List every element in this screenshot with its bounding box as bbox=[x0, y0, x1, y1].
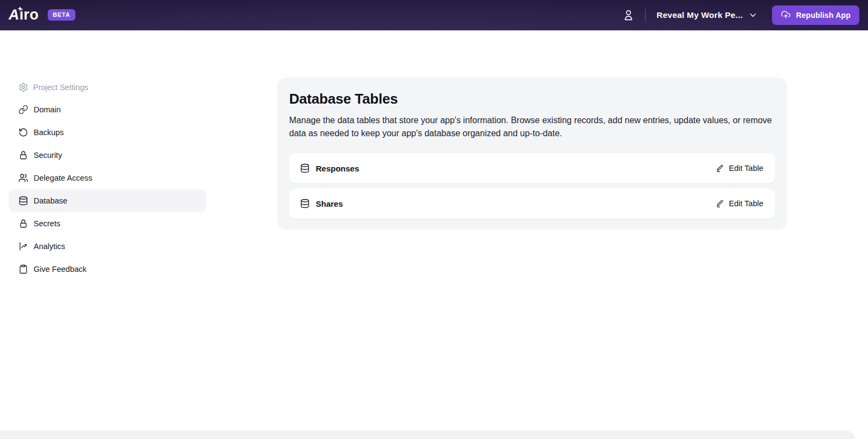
republish-label: Republish App bbox=[796, 11, 851, 20]
republish-app-button[interactable]: Republish App bbox=[772, 5, 859, 25]
page-description: Manage the data tables that store your a… bbox=[289, 114, 775, 139]
sidebar-item-label: Security bbox=[34, 151, 62, 160]
nav-right: Reveal My Work Pe... Republish App bbox=[620, 5, 859, 25]
table-row-responses: Responses Edit Table bbox=[289, 153, 775, 183]
sidebar-item-database[interactable]: Database bbox=[9, 189, 206, 212]
database-icon bbox=[300, 163, 310, 173]
cloud-upload-icon bbox=[781, 10, 791, 20]
database-icon bbox=[18, 196, 28, 206]
table-name: Shares bbox=[316, 199, 343, 208]
sidebar-item-label: Analytics bbox=[34, 242, 65, 251]
users-icon bbox=[18, 173, 28, 183]
sidebar-item-label: Backups bbox=[34, 128, 64, 137]
sidebar-header-project-settings: Project Settings bbox=[9, 77, 206, 98]
bottom-strip bbox=[0, 430, 855, 439]
settings-sidebar: Project Settings Domain Backups bbox=[9, 77, 206, 281]
sidebar-item-label: Give Feedback bbox=[34, 265, 87, 273]
database-icon bbox=[300, 199, 310, 208]
edit-table-button[interactable]: Edit Table bbox=[714, 196, 764, 211]
sidebar-item-label: Secrets bbox=[34, 219, 60, 228]
table-row-shares: Shares Edit Table bbox=[289, 188, 775, 219]
sidebar-item-delegate-access[interactable]: Delegate Access bbox=[9, 167, 206, 189]
app-title-dropdown[interactable]: Reveal My Work Pe... bbox=[653, 10, 761, 21]
gear-icon bbox=[18, 82, 28, 92]
nav-divider bbox=[645, 9, 646, 21]
table-row-left: Responses bbox=[300, 163, 359, 173]
account-button[interactable] bbox=[620, 6, 637, 24]
chart-line-icon bbox=[18, 241, 28, 251]
edit-table-button[interactable]: Edit Table bbox=[714, 161, 764, 176]
chevron-down-icon bbox=[748, 10, 758, 20]
table-name: Responses bbox=[316, 164, 359, 173]
sidebar-item-label: Database bbox=[34, 196, 67, 205]
user-icon bbox=[622, 8, 635, 22]
sidebar-item-domain[interactable]: Domain bbox=[9, 98, 206, 121]
sidebar-header-label: Project Settings bbox=[33, 83, 88, 92]
table-list: Responses Edit Table bbox=[289, 153, 775, 219]
pen-line-icon bbox=[716, 164, 724, 173]
sidebar-item-analytics[interactable]: Analytics bbox=[9, 235, 206, 258]
airo-logo: Airo ✦ bbox=[9, 8, 41, 22]
edit-table-label: Edit Table bbox=[729, 199, 763, 208]
rotate-ccw-icon bbox=[18, 128, 28, 137]
page-title: Database Tables bbox=[289, 91, 775, 107]
app-body: Project Settings Domain Backups bbox=[0, 30, 868, 439]
lock-icon bbox=[18, 219, 28, 228]
clipboard-icon bbox=[18, 264, 28, 274]
sidebar-item-security[interactable]: Security bbox=[9, 144, 206, 167]
sidebar-item-secrets[interactable]: Secrets bbox=[9, 212, 206, 235]
link-icon bbox=[18, 105, 28, 114]
app-title: Reveal My Work Pe... bbox=[656, 10, 743, 20]
sidebar-item-backups[interactable]: Backups bbox=[9, 121, 206, 144]
pen-line-icon bbox=[716, 199, 724, 208]
sidebar-item-label: Delegate Access bbox=[34, 174, 92, 182]
logo-sparkle-icon: ✦ bbox=[17, 6, 23, 12]
edit-table-label: Edit Table bbox=[729, 164, 763, 173]
lock-icon bbox=[18, 150, 28, 160]
sidebar-item-label: Domain bbox=[34, 105, 61, 114]
sidebar-item-give-feedback[interactable]: Give Feedback bbox=[9, 258, 206, 281]
table-row-left: Shares bbox=[300, 199, 343, 208]
database-tables-panel: Database Tables Manage the data tables t… bbox=[277, 78, 787, 230]
top-nav: Airo ✦ BETA Reveal My Work Pe... bbox=[0, 0, 868, 30]
nav-left: Airo ✦ BETA bbox=[9, 8, 75, 22]
beta-badge: BETA bbox=[48, 9, 75, 21]
